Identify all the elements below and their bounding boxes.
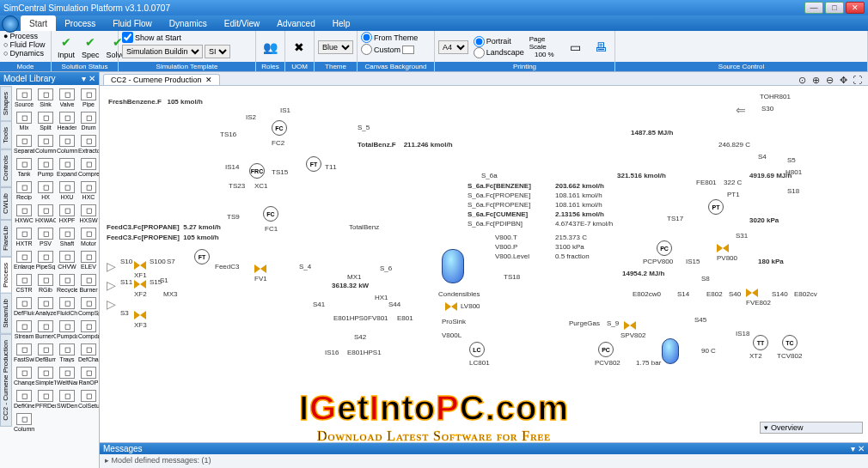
libitem-separator[interactable]: ◻Separator — [14, 133, 34, 155]
libitem-mix[interactable]: ◻Mix — [14, 110, 34, 132]
libitem-pfrdem[interactable]: ◻PFRDem — [35, 388, 56, 410]
pan-icon[interactable]: ✥ — [837, 74, 849, 86]
print-button[interactable]: 🖶 — [590, 39, 611, 56]
libitem-analyzer[interactable]: ◻Analyzer — [35, 295, 56, 318]
libitem-source[interactable]: ◻Source — [14, 87, 34, 109]
vtab-cwlib[interactable]: CWLib — [0, 187, 12, 220]
flowsheet-canvas[interactable]: FreshBenzene.F 105 kmol/h FeedC3.Fc[PROP… — [100, 86, 868, 442]
valve-pv800[interactable] — [717, 244, 729, 252]
fc-unit[interactable]: FC — [272, 120, 287, 136]
status-input[interactable]: ✔Input — [55, 33, 77, 60]
libitem-expander[interactable]: ◻Expander — [57, 156, 77, 179]
vessel-v802[interactable] — [662, 338, 679, 364]
uom-button[interactable]: ✖ — [289, 39, 309, 56]
libitem-colsetup[interactable]: ◻ColSetup — [78, 388, 99, 410]
libitem-pump[interactable]: ◻Pump — [35, 156, 56, 179]
vessel-v800[interactable] — [442, 249, 464, 283]
close-button[interactable]: ✕ — [846, 2, 865, 14]
libitem-valve[interactable]: ◻Valve — [57, 87, 77, 109]
valve-xf3[interactable] — [134, 311, 146, 319]
template-select[interactable]: Simulation Building — [122, 45, 203, 58]
libitem-pipe[interactable]: ◻Pipe — [78, 87, 99, 109]
pc-unit[interactable]: PC — [657, 240, 672, 256]
vtab-tools[interactable]: Tools — [0, 121, 12, 149]
libitem-split[interactable]: ◻Split — [35, 110, 56, 132]
tc-unit[interactable]: TC — [782, 335, 798, 350]
vtab-cc2[interactable]: CC2 - Cumene Production — [0, 334, 12, 427]
libitem-column[interactable]: ◻Column — [35, 133, 56, 155]
libitem-swdem[interactable]: ◻SWDem — [57, 388, 77, 410]
template-si-select[interactable]: SI — [205, 45, 230, 58]
libitem-hx[interactable]: ◻HX — [35, 179, 56, 202]
libitem-ranop[interactable]: ◻RanOP — [78, 365, 99, 387]
maximize-button[interactable]: □ — [825, 2, 844, 14]
tab-start[interactable]: Start — [21, 15, 56, 31]
lc-unit[interactable]: LC — [469, 342, 485, 357]
overview-panel[interactable]: ▾Overview — [760, 422, 863, 434]
libitem-changefa[interactable]: ◻ChangeFa — [14, 365, 34, 387]
valve-spv802[interactable] — [624, 321, 636, 330]
libitem-stream[interactable]: ◻Stream — [14, 319, 34, 341]
libitem-extractor[interactable]: ◻Extractor — [78, 133, 99, 155]
tab-dynamics[interactable]: Dynamics — [161, 15, 216, 31]
zoom-fit-icon[interactable]: ⊙ — [796, 74, 808, 86]
tab-editview[interactable]: Edit/View — [216, 15, 269, 31]
libitem-simpletra[interactable]: ◻SimpleTra — [35, 365, 56, 387]
libitem-pumpdaemule[interactable]: ◻Pumpdaemule — [57, 319, 77, 341]
frc-unit[interactable]: FRC — [249, 163, 265, 179]
ft-unit2[interactable]: FT — [306, 156, 321, 172]
libitem-hxwc[interactable]: ◻HXWC — [14, 203, 34, 225]
libitem-deffluid[interactable]: ◻DefFluid — [14, 295, 34, 318]
bg-from-theme[interactable]: From Theme — [361, 32, 418, 43]
libitem-weltnanor[interactable]: ◻WeltNanor — [57, 365, 77, 387]
libitem-hxu[interactable]: ◻HXU — [57, 179, 77, 202]
fc-unit2[interactable]: FC — [263, 206, 278, 222]
libitem-shaft[interactable]: ◻Shaft — [57, 226, 77, 248]
libitem-pipesg[interactable]: ◻PipeSg — [35, 249, 56, 271]
libitem-columnpf[interactable]: ◻ColumnPF — [57, 133, 77, 155]
status-spec[interactable]: ✔Spec — [79, 33, 102, 60]
valve-xf1[interactable] — [134, 261, 146, 270]
tt-unit[interactable]: TT — [753, 335, 768, 350]
libitem-fastswitch[interactable]: ◻FastSwitch — [14, 342, 34, 364]
libitem-hxwac[interactable]: ◻HXWAC — [35, 203, 56, 225]
pt-unit[interactable]: PT — [708, 199, 724, 215]
bg-custom[interactable]: Custom — [361, 44, 414, 55]
valve-lv800[interactable] — [445, 302, 457, 311]
libitem-hxsw[interactable]: ◻HXSW — [78, 203, 99, 225]
libitem-trays[interactable]: ◻Trays — [57, 342, 77, 364]
roles-button[interactable]: 👥 — [260, 39, 280, 56]
vtab-shapes[interactable]: Shapes — [0, 86, 12, 121]
libitem-rgib[interactable]: ◻RGib — [35, 272, 56, 295]
paper-select[interactable]: A4 — [438, 40, 468, 54]
print-preview-button[interactable]: ▭ — [565, 39, 585, 56]
libitem-hxc[interactable]: ◻HXC — [78, 179, 99, 202]
ft-unit[interactable]: FT — [194, 249, 210, 264]
chevron-down-icon[interactable]: ▾ — [764, 423, 768, 432]
pc-unit2[interactable]: PC — [598, 342, 614, 357]
libitem-hxpf[interactable]: ◻HXPF — [57, 203, 77, 225]
tab-fluidflow[interactable]: Fluid Flow — [104, 15, 161, 31]
orient-landscape[interactable]: Landscape — [474, 47, 524, 58]
libitem-compdaemule[interactable]: ◻Compdaemule — [78, 319, 99, 341]
valve-fv1[interactable] — [254, 264, 266, 273]
vtab-flarelib[interactable]: FlareLib — [0, 220, 12, 257]
mode-dynamics[interactable]: ○ Dynamics — [3, 49, 44, 58]
libitem-compressor[interactable]: ◻Compressor — [78, 156, 99, 179]
vtab-steamlib[interactable]: SteamLib — [0, 293, 12, 334]
mode-fluidflow[interactable]: ○ Fluid Flow — [3, 40, 45, 49]
libitem-defchang[interactable]: ◻DefChang — [78, 342, 99, 364]
zoom-out-icon[interactable]: ⊖ — [823, 74, 835, 86]
vtab-process[interactable]: Process — [0, 257, 12, 294]
libitem-defburner[interactable]: ◻DefBurner — [35, 342, 56, 364]
tab-process[interactable]: Process — [56, 15, 104, 31]
libitem-fluidchan[interactable]: ◻FluidChan — [57, 295, 77, 318]
valve-xf2[interactable] — [134, 280, 146, 289]
tab-help[interactable]: Help — [324, 15, 359, 31]
libitem-burner[interactable]: ◻Burner — [78, 272, 99, 295]
libitem-psv[interactable]: ◻PSV — [35, 226, 56, 248]
show-at-start-checkbox[interactable]: Show at Start — [122, 32, 181, 43]
libitem-drum[interactable]: ◻Drum — [78, 110, 99, 132]
fullscreen-icon[interactable]: ⛶ — [851, 74, 863, 86]
libitem-elev[interactable]: ◻ELEV — [78, 249, 99, 271]
